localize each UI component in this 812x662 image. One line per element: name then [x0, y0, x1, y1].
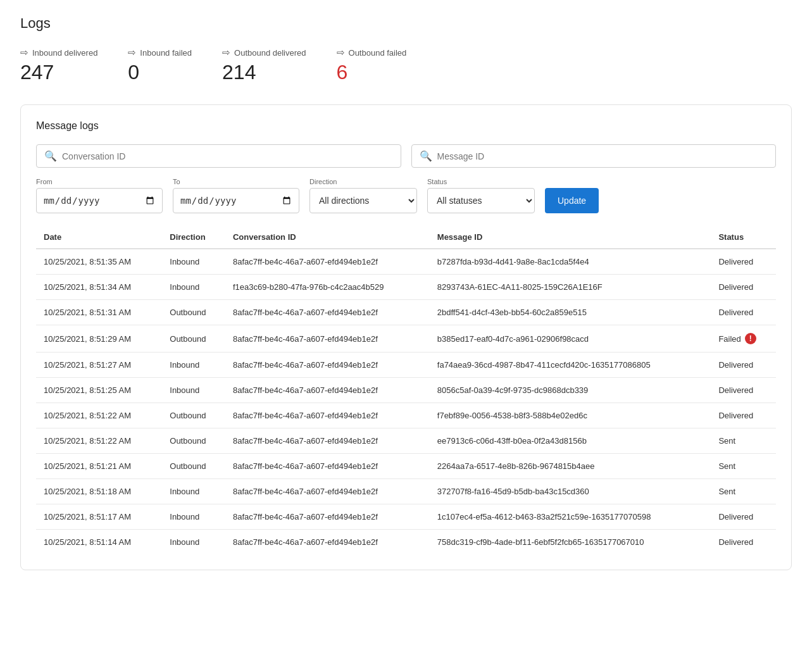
direction-cell: Inbound: [162, 479, 225, 504]
table-row[interactable]: 10/25/2021, 8:51:21 AMOutbound8afac7ff-b…: [36, 454, 776, 479]
stat-icon: ⇨: [20, 47, 28, 58]
table-row[interactable]: 10/25/2021, 8:51:35 AMInbound8afac7ff-be…: [36, 249, 776, 275]
message-id-cell: b7287fda-b93d-4d41-9a8e-8ac1cda5f4e4: [430, 249, 711, 275]
col-header-status: Status: [711, 226, 776, 249]
date-cell: 10/25/2021, 8:51:35 AM: [36, 249, 162, 275]
status-cell: Delivered: [711, 353, 776, 378]
stat-label: Inbound failed: [140, 48, 192, 58]
stat-label: Inbound delivered: [32, 48, 97, 58]
conversation-id-cell: 8afac7ff-be4c-46a7-a607-efd494eb1e2f: [225, 454, 430, 479]
conversation-id-cell: 8afac7ff-be4c-46a7-a607-efd494eb1e2f: [225, 353, 430, 378]
direction-cell: Outbound: [162, 428, 225, 454]
message-id-cell: 1c107ec4-ef5a-4612-b463-83a2f521c59e-163…: [430, 504, 711, 530]
table-body: 10/25/2021, 8:51:35 AMInbound8afac7ff-be…: [36, 249, 776, 554]
status-cell: Delivered: [711, 403, 776, 428]
conversation-id-cell: 8afac7ff-be4c-46a7-a607-efd494eb1e2f: [225, 403, 430, 428]
stat-value: 0: [128, 61, 192, 84]
date-cell: 10/25/2021, 8:51:22 AM: [36, 403, 162, 428]
direction-filter-group: Direction All directions Inbound Outboun…: [309, 178, 417, 213]
update-button[interactable]: Update: [545, 188, 599, 213]
message-id-input[interactable]: [437, 151, 768, 161]
stat-label-row: ⇨ Inbound delivered: [20, 47, 97, 58]
status-filter-group: Status All statuses Delivered Failed Sen…: [427, 178, 535, 213]
table-header: DateDirectionConversation IDMessage IDSt…: [36, 226, 776, 249]
status-cell: Delivered: [711, 378, 776, 403]
message-logs-card: Message logs 🔍 🔍 From To Direction: [20, 104, 792, 570]
stats-row: ⇨ Inbound delivered 247 ⇨ Inbound failed…: [20, 47, 792, 84]
table-row[interactable]: 10/25/2021, 8:51:17 AMInbound8afac7ff-be…: [36, 504, 776, 530]
search-icon-conversation: 🔍: [44, 150, 57, 162]
to-label: To: [173, 178, 299, 185]
stat-icon: ⇨: [222, 47, 230, 58]
date-cell: 10/25/2021, 8:51:27 AM: [36, 353, 162, 378]
direction-label: Direction: [309, 178, 417, 185]
direction-cell: Inbound: [162, 249, 225, 275]
stat-item-inbound-delivered: ⇨ Inbound delivered 247: [20, 47, 97, 84]
stat-item-inbound-failed: ⇨ Inbound failed 0: [128, 47, 192, 84]
direction-cell: Outbound: [162, 454, 225, 479]
stat-label-row: ⇨ Outbound delivered: [222, 47, 306, 58]
status-cell: Delivered: [711, 300, 776, 325]
message-id-cell: f7ebf89e-0056-4538-b8f3-588b4e02ed6c: [430, 403, 711, 428]
status-cell: Delivered: [711, 530, 776, 555]
direction-cell: Inbound: [162, 275, 225, 300]
filter-row: From To Direction All directions Inbound…: [36, 178, 776, 213]
col-header-message-id: Message ID: [430, 226, 711, 249]
card-title: Message logs: [36, 120, 776, 132]
search-row: 🔍 🔍: [36, 144, 776, 168]
status-cell: Delivered: [711, 275, 776, 300]
direction-select[interactable]: All directions Inbound Outbound: [309, 188, 417, 213]
to-date-input[interactable]: [173, 188, 299, 213]
search-icon-message: 🔍: [420, 150, 432, 162]
conversation-id-cell: 8afac7ff-be4c-46a7-a607-efd494eb1e2f: [225, 504, 430, 530]
status-cell: Failed !: [711, 325, 776, 353]
stat-value: 214: [222, 61, 306, 84]
conversation-search-box: 🔍: [36, 144, 401, 168]
status-select[interactable]: All statuses Delivered Failed Sent: [427, 188, 535, 213]
conversation-id-input[interactable]: [62, 151, 393, 161]
stat-item-outbound-delivered: ⇨ Outbound delivered 214: [222, 47, 306, 84]
table-row[interactable]: 10/25/2021, 8:51:34 AMInboundf1ea3c69-b2…: [36, 275, 776, 300]
message-id-cell: 8056c5af-0a39-4c9f-9735-dc9868dcb339: [430, 378, 711, 403]
table-row[interactable]: 10/25/2021, 8:51:31 AMOutbound8afac7ff-b…: [36, 300, 776, 325]
table-row[interactable]: 10/25/2021, 8:51:14 AMInbound8afac7ff-be…: [36, 530, 776, 555]
col-header-direction: Direction: [162, 226, 225, 249]
direction-cell: Outbound: [162, 300, 225, 325]
conversation-id-cell: 8afac7ff-be4c-46a7-a607-efd494eb1e2f: [225, 530, 430, 555]
conversation-id-cell: 8afac7ff-be4c-46a7-a607-efd494eb1e2f: [225, 249, 430, 275]
date-cell: 10/25/2021, 8:51:31 AM: [36, 300, 162, 325]
table-row[interactable]: 10/25/2021, 8:51:22 AMOutbound8afac7ff-b…: [36, 428, 776, 454]
stat-value: 6: [337, 61, 407, 84]
date-cell: 10/25/2021, 8:51:18 AM: [36, 479, 162, 504]
status-cell: Sent: [711, 428, 776, 454]
status-badge-failed: Failed !: [718, 333, 768, 344]
date-cell: 10/25/2021, 8:51:22 AM: [36, 428, 162, 454]
stat-value: 247: [20, 61, 97, 84]
date-cell: 10/25/2021, 8:51:21 AM: [36, 454, 162, 479]
stat-label-row: ⇨ Inbound failed: [128, 47, 192, 58]
fail-icon: !: [745, 333, 756, 344]
table-row[interactable]: 10/25/2021, 8:51:27 AMInbound8afac7ff-be…: [36, 353, 776, 378]
from-label: From: [36, 178, 163, 185]
stat-label: Outbound delivered: [234, 48, 306, 58]
table-row[interactable]: 10/25/2021, 8:51:25 AMInbound8afac7ff-be…: [36, 378, 776, 403]
table-row[interactable]: 10/25/2021, 8:51:29 AMOutbound8afac7ff-b…: [36, 325, 776, 353]
col-header-date: Date: [36, 226, 162, 249]
message-id-cell: ee7913c6-c06d-43ff-b0ea-0f2a43d8156b: [430, 428, 711, 454]
col-header-conversation-id: Conversation ID: [225, 226, 430, 249]
stat-label: Outbound failed: [349, 48, 407, 58]
table-row[interactable]: 10/25/2021, 8:51:18 AMInbound8afac7ff-be…: [36, 479, 776, 504]
status-label: Status: [427, 178, 535, 185]
conversation-id-cell: 8afac7ff-be4c-46a7-a607-efd494eb1e2f: [225, 428, 430, 454]
from-date-input[interactable]: [36, 188, 163, 213]
logs-table: DateDirectionConversation IDMessage IDSt…: [36, 226, 776, 554]
page-container: Logs ⇨ Inbound delivered 247 ⇨ Inbound f…: [0, 0, 812, 585]
date-cell: 10/25/2021, 8:51:17 AM: [36, 504, 162, 530]
status-cell: Delivered: [711, 249, 776, 275]
direction-cell: Outbound: [162, 403, 225, 428]
table-row[interactable]: 10/25/2021, 8:51:22 AMOutbound8afac7ff-b…: [36, 403, 776, 428]
message-id-cell: 758dc319-cf9b-4ade-bf11-6ebf5f2fcb65-163…: [430, 530, 711, 555]
conversation-id-cell: 8afac7ff-be4c-46a7-a607-efd494eb1e2f: [225, 300, 430, 325]
message-id-cell: 2bdff541-d4cf-43eb-bb54-60c2a859e515: [430, 300, 711, 325]
date-cell: 10/25/2021, 8:51:29 AM: [36, 325, 162, 353]
